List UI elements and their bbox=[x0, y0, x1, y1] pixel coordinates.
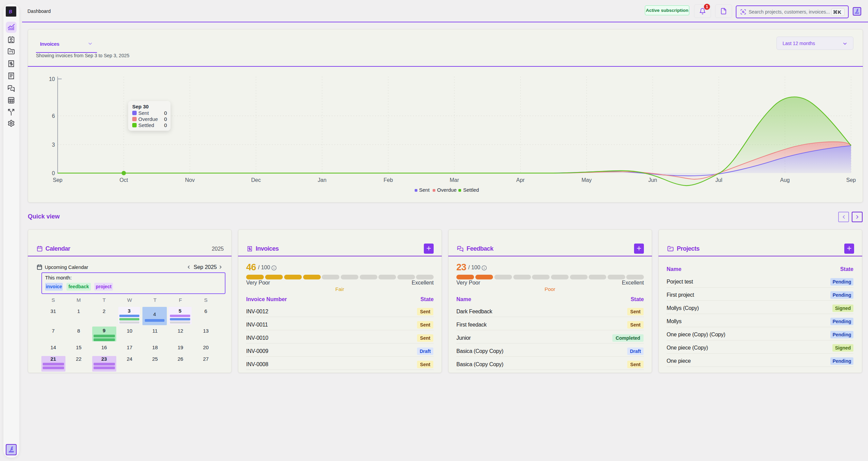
svg-text:Apr: Apr bbox=[516, 177, 525, 183]
svg-text:Aug: Aug bbox=[780, 177, 790, 183]
svg-text:Jan: Jan bbox=[318, 177, 327, 183]
svg-text:Sep: Sep bbox=[53, 177, 63, 183]
svg-text:0: 0 bbox=[52, 170, 55, 176]
svg-text:May: May bbox=[581, 177, 592, 183]
svg-text:Mar: Mar bbox=[450, 177, 459, 183]
svg-text:3: 3 bbox=[52, 142, 55, 148]
svg-text:Nov: Nov bbox=[185, 177, 195, 183]
svg-text:Oct: Oct bbox=[120, 177, 128, 183]
svg-text:Jun: Jun bbox=[648, 177, 657, 183]
svg-text:Dec: Dec bbox=[251, 177, 261, 183]
svg-text:Sep: Sep bbox=[846, 177, 856, 183]
svg-text:6: 6 bbox=[52, 113, 55, 119]
svg-text:10: 10 bbox=[49, 76, 55, 82]
svg-text:Jul: Jul bbox=[715, 177, 722, 183]
svg-text:Feb: Feb bbox=[383, 177, 393, 183]
